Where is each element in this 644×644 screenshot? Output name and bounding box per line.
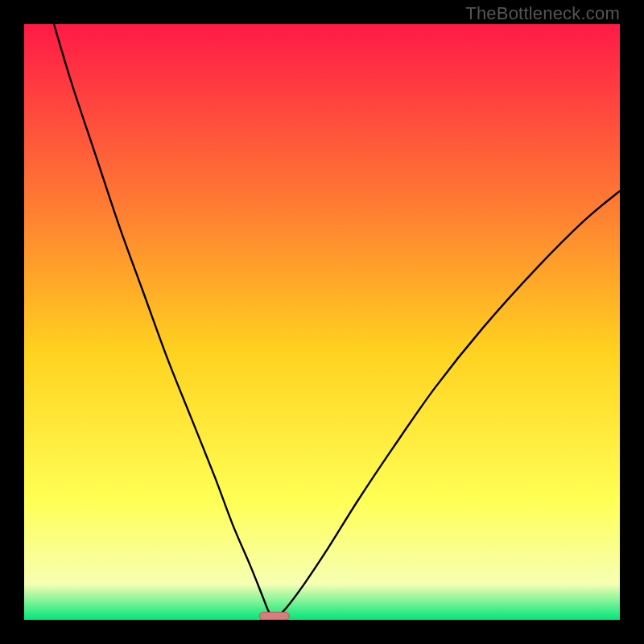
- outer-frame: TheBottleneck.com: [0, 0, 644, 644]
- watermark-text: TheBottleneck.com: [465, 3, 620, 24]
- bottleneck-chart: [24, 24, 620, 620]
- gradient-background: [24, 24, 620, 620]
- bottleneck-marker: [259, 612, 289, 620]
